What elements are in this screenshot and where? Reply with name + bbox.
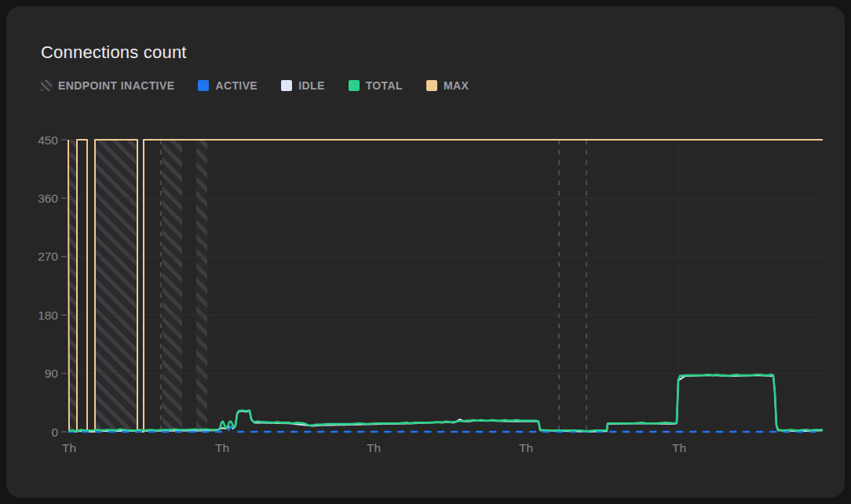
x-axis-label: Th [519, 441, 533, 455]
y-axis-label: 270 [38, 250, 58, 263]
x-axis-label: Th [672, 441, 686, 455]
x-axis-label: Th [215, 441, 229, 455]
y-axis-label: 90 [45, 367, 59, 380]
y-axis-label: 450 [38, 133, 58, 147]
x-axis-label: Th [62, 441, 76, 455]
chart-panel: Connections count ENDPOINT INACTIVE ACTI… [6, 6, 845, 498]
y-axis-label: 180 [38, 309, 58, 322]
y-axis-label: 360 [38, 192, 58, 205]
x-axis-label: Th [367, 441, 381, 455]
endpoint-inactive-band [196, 140, 207, 432]
connections-count-chart[interactable]: 450360270180900ThThThThTh [6, 6, 851, 504]
y-axis-label: 0 [51, 425, 58, 439]
endpoint-inactive-band [95, 140, 137, 432]
endpoint-inactive-band [163, 140, 182, 432]
